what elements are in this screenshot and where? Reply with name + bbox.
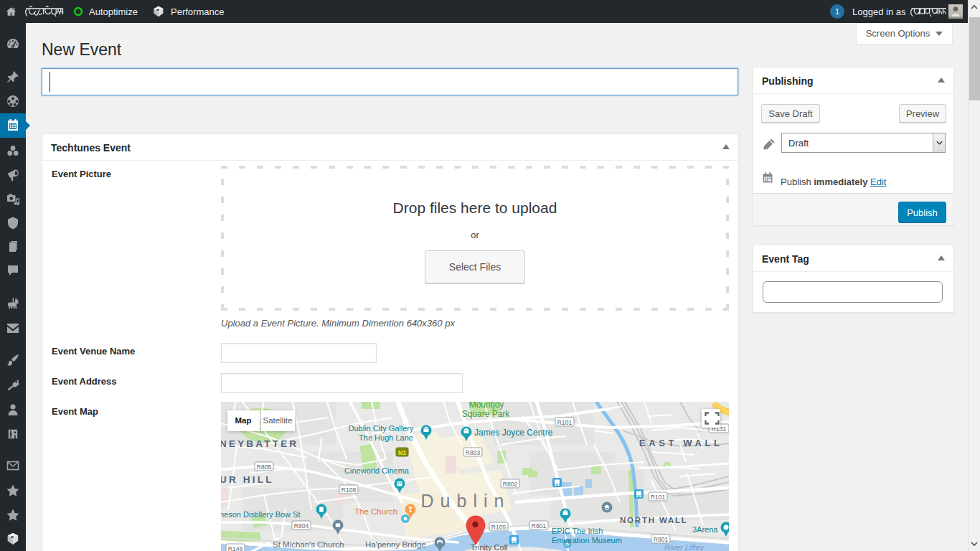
svg-text:R108: R108 [341,486,357,494]
svg-text:R803: R803 [466,449,481,456]
svg-text:R105: R105 [491,524,507,531]
svg-text:Dublin: Dublin [421,491,511,511]
svg-text:Dublin City Gallery: Dublin City Gallery [348,424,414,433]
svg-text:R101: R101 [557,419,573,426]
svg-text:R804: R804 [294,522,309,529]
svg-text:River Liffey: River Liffey [664,543,705,551]
svg-text:UR HILL: UR HILL [221,474,274,485]
svg-text:Ha'penny Bridge: Ha'penny Bridge [365,540,426,549]
svg-text:N1: N1 [398,449,406,456]
svg-text:neson Distillery Bow St: neson Distillery Bow St [221,510,301,519]
svg-text:NEYBATTER: NEYBATTER [221,438,298,449]
svg-text:R148: R148 [228,545,243,551]
svg-text:Emigration Museum: Emigration Museum [552,536,622,545]
svg-text:R802: R802 [503,481,518,488]
svg-text:Map: Map [235,416,252,425]
svg-text:3Arena: 3Arena [692,525,718,534]
svg-text:R801: R801 [532,522,547,529]
svg-text:R801: R801 [654,536,669,543]
svg-text:Square Park: Square Park [462,409,511,419]
svg-text:EAST WALL: EAST WALL [639,438,723,448]
svg-text:The Church: The Church [354,507,397,516]
svg-text:The Hugh Lane: The Hugh Lane [359,433,413,442]
svg-text:Cineworld Cinema: Cineworld Cinema [344,466,410,475]
svg-text:R101: R101 [651,494,666,501]
svg-text:EPIC The Irish: EPIC The Irish [552,527,603,535]
svg-text:NORTH WALL: NORTH WALL [620,516,688,524]
svg-text:Satellite: Satellite [263,416,293,425]
svg-text:St Michan's Church: St Michan's Church [273,540,344,549]
svg-text:James Joyce Centre: James Joyce Centre [474,428,553,438]
svg-text:R805: R805 [257,463,272,471]
